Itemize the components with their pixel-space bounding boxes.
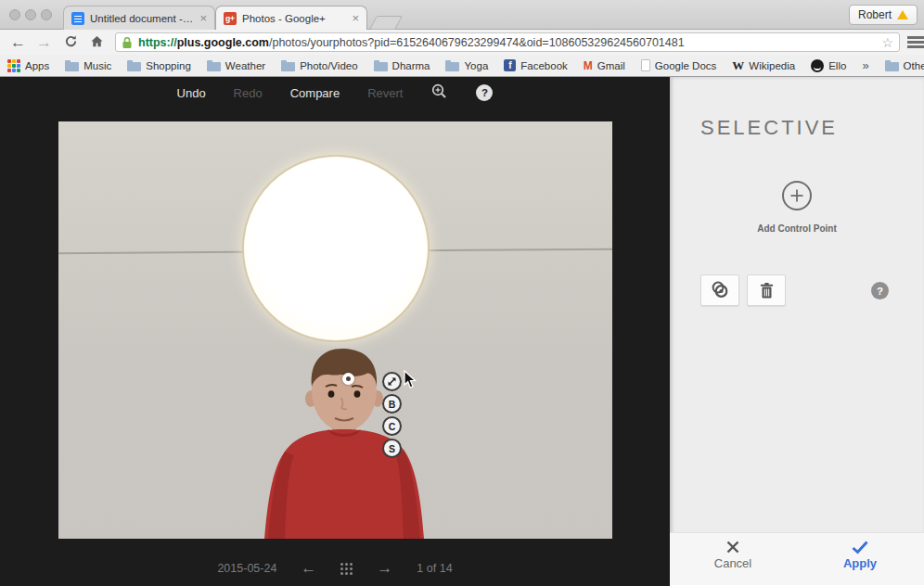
bookmark-label: Apps (25, 60, 49, 71)
bookmark-label: Weather (225, 60, 265, 71)
cancel-label: Cancel (714, 556, 751, 570)
apply-button[interactable]: Apply (823, 540, 897, 570)
address-bar[interactable]: https://plus.google.com/photos/yourphoto… (115, 32, 900, 52)
revert-button: Revert (367, 86, 403, 100)
show-control-points-button[interactable] (700, 274, 739, 306)
titlebar: Untitled document - Goog × g+ Photos - G… (0, 0, 924, 30)
panel-action-bar: Cancel Apply (670, 532, 924, 586)
bookmark-google-docs[interactable]: Google Docs (641, 59, 716, 71)
bookmarks-overflow-chevron[interactable]: » (862, 58, 868, 72)
cancel-button[interactable]: Cancel (696, 540, 770, 570)
warning-triangle-icon (897, 10, 908, 19)
brightness-option-button[interactable]: B (382, 394, 402, 414)
folder-icon (127, 62, 141, 71)
undo-button[interactable]: Undo (177, 86, 206, 100)
selective-tool-panel: SELECTIVE Add Control Point (670, 77, 924, 586)
compare-button[interactable]: Compare (290, 86, 340, 100)
bookmark-label: Shopping (146, 60, 191, 71)
forward-icon: → (36, 34, 52, 50)
tab-close-icon[interactable]: × (352, 14, 359, 23)
tab-title: Untitled document - Goog (90, 13, 194, 24)
photo-canvas[interactable]: B C S (58, 121, 612, 539)
url-host: plus.google.com (177, 36, 269, 49)
bookmark-label: Photo/Video (300, 60, 357, 71)
panel-title: SELECTIVE (700, 116, 838, 140)
tab-close-icon[interactable]: × (199, 14, 207, 23)
delete-control-point-button[interactable] (747, 274, 786, 306)
other-bookmarks[interactable]: Other Bookmarks (885, 59, 924, 71)
panel-help-icon[interactable]: ? (871, 282, 889, 299)
editor-canvas-area: Undo Redo Compare Revert ? (0, 77, 670, 586)
minimize-window-button[interactable] (25, 9, 36, 20)
https-lock-icon (122, 36, 133, 49)
apply-check-icon (851, 540, 869, 554)
profile-button[interactable]: Robert (849, 5, 918, 25)
navigation-bar: ← → https://plus.google.com/photos/yourp… (0, 30, 924, 55)
resize-control-icon[interactable] (382, 372, 402, 391)
editor-help-icon[interactable]: ? (476, 84, 493, 101)
bookmark-wikipedia[interactable]: WWikipedia (732, 58, 795, 73)
folder-icon (281, 62, 295, 71)
bookmark-facebook[interactable]: fFacebook (504, 59, 568, 71)
photo-counter: 1 of 14 (417, 562, 452, 575)
apply-label: Apply (843, 556, 877, 570)
bookmark-label: Music (83, 60, 111, 71)
photo-editor-workspace: Undo Redo Compare Revert ? (0, 77, 924, 586)
facebook-icon: f (504, 59, 516, 71)
bookmark-star-icon[interactable]: ☆ (881, 35, 893, 50)
next-photo-icon[interactable]: → (377, 559, 392, 578)
bookmark-folder-music[interactable]: Music (65, 59, 111, 71)
bookmark-label: Wikipedia (749, 60, 795, 71)
folder-icon (65, 62, 79, 71)
bookmark-folder-dharma[interactable]: Dharma (374, 59, 430, 71)
url-path: /photos/yourphotos?pid=61526406796232994… (269, 36, 685, 49)
bookmark-apps[interactable]: Apps (7, 59, 49, 72)
close-window-button[interactable] (9, 9, 20, 20)
maximize-window-button[interactable] (41, 9, 52, 20)
photo-grid-icon[interactable] (340, 563, 353, 575)
bookmark-label: Dharma (392, 60, 430, 71)
add-control-point-icon[interactable] (782, 181, 812, 210)
google-docs-icon (71, 12, 84, 25)
gmail-icon: M (584, 59, 593, 72)
filmstrip-navigation: 2015-05-24 ← → 1 of 14 (0, 556, 670, 580)
bookmark-label: Gmail (597, 60, 625, 71)
browser-window: Untitled document - Goog × g+ Photos - G… (0, 0, 924, 586)
bookmark-folder-weather[interactable]: Weather (207, 59, 265, 71)
mouse-cursor (404, 370, 417, 389)
redo-button: Redo (234, 86, 263, 100)
url-scheme: https:// (138, 36, 177, 49)
zoom-loupe-icon[interactable] (430, 83, 448, 103)
previous-photo-icon[interactable]: ← (301, 559, 316, 578)
bookmark-folder-photo-video[interactable]: Photo/Video (281, 59, 357, 71)
home-icon[interactable] (90, 34, 104, 51)
profile-name: Robert (858, 8, 892, 21)
control-point-options: B C S (382, 372, 402, 458)
bookmark-ello[interactable]: Ello (811, 59, 846, 72)
chrome-menu-icon[interactable] (907, 36, 924, 48)
tab-untitled-document[interactable]: Untitled document - Goog × (63, 6, 215, 30)
contrast-option-button[interactable]: C (382, 416, 402, 436)
tab-strip: Untitled document - Goog × g+ Photos - G… (63, 6, 399, 30)
back-icon[interactable]: ← (10, 34, 26, 50)
add-control-point[interactable]: Add Control Point (670, 181, 924, 234)
folder-icon (374, 62, 388, 71)
selective-control-point[interactable] (342, 373, 354, 385)
new-tab-button[interactable] (369, 16, 403, 30)
reload-icon[interactable] (64, 34, 78, 51)
add-control-point-label: Add Control Point (670, 223, 924, 234)
bookmark-folder-yoga[interactable]: Yoga (445, 59, 488, 71)
bookmark-label: Ello (828, 60, 846, 71)
bookmark-label: Facebook (520, 60, 568, 71)
folder-icon (445, 62, 459, 71)
tab-photos-googleplus[interactable]: g+ Photos - Google+ × (215, 6, 367, 30)
control-points-visibility-icon (710, 280, 730, 300)
bookmark-folder-shopping[interactable]: Shopping (127, 59, 191, 71)
photo-date: 2015-05-24 (217, 562, 276, 575)
bookmark-gmail[interactable]: MGmail (584, 59, 625, 72)
bookmark-label: Yoga (464, 60, 488, 71)
ello-icon (811, 59, 824, 72)
folder-icon (207, 62, 221, 71)
bookmarks-bar: Apps Music Shopping Weather Photo/Video … (0, 55, 924, 77)
saturation-option-button[interactable]: S (382, 439, 402, 458)
